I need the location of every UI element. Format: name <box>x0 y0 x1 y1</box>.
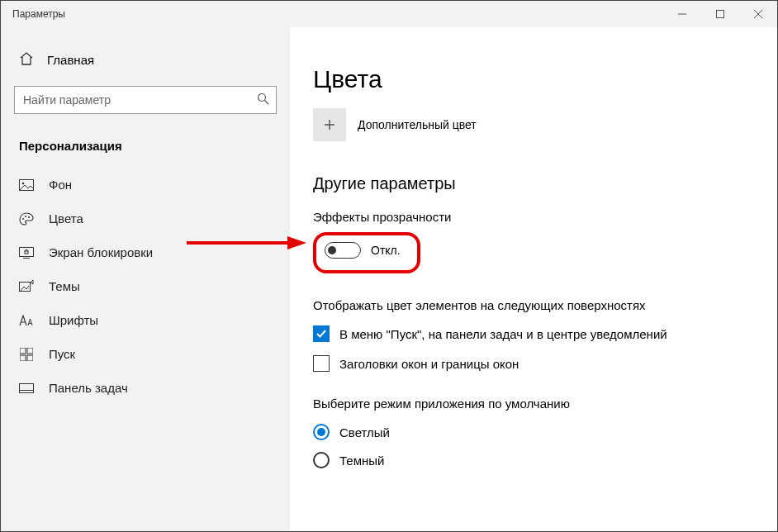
taskbar-icon <box>19 383 34 393</box>
svg-rect-19 <box>20 383 34 392</box>
sidebar-item-lockscreen[interactable]: Экран блокировки <box>14 235 277 269</box>
add-color-label: Дополнительный цвет <box>358 118 477 131</box>
fonts-icon <box>19 315 34 326</box>
svg-point-8 <box>22 218 24 220</box>
search-wrap <box>14 86 277 114</box>
checkmark-icon <box>315 328 327 340</box>
sidebar-item-background[interactable]: Фон <box>14 168 277 202</box>
minimize-button[interactable] <box>663 1 701 27</box>
minimize-icon <box>678 10 686 18</box>
transparency-label: Эффекты прозрачности <box>313 210 777 224</box>
sidebar-item-start[interactable]: Пуск <box>14 337 277 371</box>
sidebar-item-label: Панель задач <box>49 381 128 395</box>
sidebar-item-label: Пуск <box>49 347 75 361</box>
svg-point-7 <box>22 182 25 184</box>
checkbox-start-label: В меню "Пуск", на панели задач и в центр… <box>339 327 667 341</box>
search-input[interactable] <box>14 86 277 114</box>
svg-point-10 <box>28 216 30 218</box>
sidebar: Главная Персонализация Фон Цвета Экран б… <box>1 27 290 531</box>
sidebar-item-themes[interactable]: Темы <box>14 269 277 303</box>
svg-rect-15 <box>20 348 26 354</box>
window-title: Параметры <box>12 8 65 20</box>
toggle-state-label: Откл. <box>371 244 401 257</box>
page-title: Цвета <box>313 65 777 93</box>
surfaces-label: Отображать цвет элементов на следующих п… <box>313 298 777 312</box>
sidebar-home[interactable]: Главная <box>14 44 277 76</box>
transparency-toggle[interactable] <box>325 242 361 259</box>
svg-rect-11 <box>20 247 34 256</box>
close-button[interactable] <box>739 1 777 27</box>
radio-dark[interactable] <box>313 452 330 468</box>
radio-light[interactable] <box>313 424 330 440</box>
sidebar-item-label: Фон <box>49 178 72 192</box>
radio-dark-label: Темный <box>339 454 384 468</box>
picture-icon <box>19 179 34 191</box>
add-color-row: Дополнительный цвет <box>313 108 777 141</box>
svg-point-9 <box>25 216 26 217</box>
appmode-label: Выберите режим приложения по умолчанию <box>313 397 777 411</box>
highlight-annotation: Откл. <box>313 232 420 273</box>
titlebar: Параметры <box>1 1 777 27</box>
radio-light-label: Светлый <box>339 425 390 439</box>
home-icon <box>19 52 34 68</box>
maximize-button[interactable] <box>701 1 739 27</box>
checkbox-titlebars[interactable] <box>313 355 330 372</box>
window-controls <box>663 1 777 27</box>
checkbox-start-taskbar[interactable] <box>313 325 330 342</box>
svg-rect-16 <box>27 348 33 354</box>
sidebar-section-label: Персонализация <box>14 134 277 168</box>
svg-rect-17 <box>20 355 26 361</box>
svg-rect-1 <box>717 11 724 18</box>
svg-line-5 <box>265 101 269 105</box>
sidebar-item-taskbar[interactable]: Панель задач <box>14 371 277 405</box>
other-params-heading: Другие параметры <box>313 174 777 193</box>
sidebar-home-label: Главная <box>47 53 94 67</box>
search-icon <box>257 93 269 107</box>
plus-icon <box>323 118 336 131</box>
toggle-knob <box>328 246 336 254</box>
sidebar-item-label: Экран блокировки <box>49 245 153 259</box>
start-icon <box>19 348 34 361</box>
svg-point-4 <box>259 94 266 102</box>
sidebar-item-label: Темы <box>49 279 80 293</box>
add-color-button[interactable] <box>313 108 346 141</box>
palette-icon <box>19 212 34 226</box>
sidebar-item-fonts[interactable]: Шрифты <box>14 303 277 337</box>
svg-rect-13 <box>25 251 28 254</box>
sidebar-item-label: Цвета <box>49 211 83 226</box>
sidebar-item-colors[interactable]: Цвета <box>14 202 277 235</box>
close-icon <box>754 10 762 18</box>
lockscreen-icon <box>19 247 34 259</box>
themes-icon <box>19 280 34 293</box>
sidebar-item-label: Шрифты <box>49 313 98 327</box>
svg-rect-18 <box>27 355 33 361</box>
maximize-icon <box>716 10 724 18</box>
checkbox-titlebars-label: Заголовки окон и границы окон <box>339 357 519 371</box>
main-content: Цвета Дополнительный цвет Другие парамет… <box>290 27 777 531</box>
